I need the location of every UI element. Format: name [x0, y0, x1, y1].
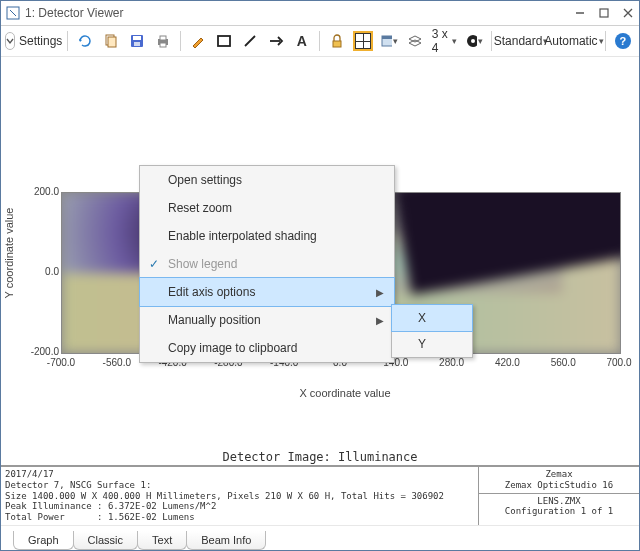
submenu-item[interactable]: Y [392, 331, 472, 357]
svg-rect-14 [333, 41, 341, 47]
svg-point-18 [471, 39, 475, 43]
refresh-button[interactable] [73, 30, 97, 52]
submenu-arrow-icon: ▶ [376, 287, 384, 298]
x-tick: -560.0 [103, 357, 131, 368]
chevron-down-icon [5, 32, 15, 50]
arrow-tool[interactable] [264, 30, 288, 52]
menu-item[interactable]: Reset zoom [140, 194, 394, 222]
bottom-tabs: Graph Classic Text Beam Info [1, 525, 639, 550]
submenu-arrow-icon: ▶ [376, 315, 384, 326]
submenu-label: Y [418, 337, 472, 351]
menu-label: Copy image to clipboard [168, 341, 394, 355]
svg-rect-6 [133, 36, 141, 40]
tab-classic[interactable]: Classic [73, 531, 138, 550]
info-header: Detector Image: Illuminance [1, 449, 639, 466]
text-tool[interactable]: A [290, 30, 314, 52]
menu-label: Show legend [168, 257, 394, 271]
settings-button[interactable]: Settings [5, 30, 62, 52]
menu-label: Enable interpolated shading [168, 229, 394, 243]
check-icon: ✓ [149, 257, 159, 271]
menu-label: Edit axis options [168, 285, 394, 299]
y-axis-label: Y coordinate value [3, 208, 15, 299]
menu-item[interactable]: Copy image to clipboard [140, 334, 394, 362]
combo-automatic[interactable]: Automatic▾ [548, 30, 601, 52]
menu-label: Open settings [168, 173, 394, 187]
context-menu: Open settingsReset zoomEnable interpolat… [139, 165, 395, 363]
info-panel: 2017/4/17 Detector 7, NSCG Surface 1: Si… [1, 466, 639, 525]
close-button[interactable] [621, 6, 635, 20]
settings-label: Settings [19, 34, 62, 48]
combo-standard[interactable]: Standard▾ [497, 30, 546, 52]
menu-item[interactable]: Enable interpolated shading [140, 222, 394, 250]
submenu-label: X [418, 311, 472, 325]
info-left: 2017/4/17 Detector 7, NSCG Surface 1: Si… [1, 467, 479, 525]
rect-tool[interactable] [212, 30, 236, 52]
y-tick: 0.0 [25, 266, 59, 277]
svg-rect-7 [134, 42, 140, 46]
window-title: 1: Detector Viewer [25, 6, 573, 20]
x-tick: 560.0 [551, 357, 576, 368]
app-icon [5, 5, 21, 21]
menu-item[interactable]: ✓Show legend [140, 250, 394, 278]
save-button[interactable] [125, 30, 149, 52]
tab-graph[interactable]: Graph [13, 531, 74, 550]
x-tick: 280.0 [439, 357, 464, 368]
titlebar: 1: Detector Viewer [1, 1, 639, 26]
menu-item[interactable]: Edit axis options▶ [140, 278, 394, 306]
grid-button[interactable] [351, 30, 375, 52]
menu-label: Reset zoom [168, 201, 394, 215]
menu-item[interactable]: Open settings [140, 166, 394, 194]
window-layout-button[interactable]: ▾ [377, 30, 401, 52]
svg-rect-2 [600, 9, 608, 17]
svg-rect-10 [160, 43, 166, 47]
toolbar: Settings A ▾ 3 x 4▾ ▾ Standard▾ Automati… [1, 26, 639, 57]
context-submenu: XY [391, 304, 473, 358]
menu-label: Manually position [168, 313, 394, 327]
svg-rect-9 [160, 36, 166, 40]
maximize-button[interactable] [597, 6, 611, 20]
line-tool[interactable] [238, 30, 262, 52]
plot-area: Y coordinate value -200.00.0200.0 -700.0… [1, 57, 639, 449]
svg-line-12 [245, 36, 255, 46]
x-tick: 700.0 [606, 357, 631, 368]
y-tick: -200.0 [25, 346, 59, 357]
grid-icon [355, 33, 371, 49]
y-tick: 200.0 [25, 186, 59, 197]
minimize-button[interactable] [573, 6, 587, 20]
help-icon: ? [615, 33, 631, 49]
copy-button[interactable] [99, 30, 123, 52]
tab-text[interactable]: Text [137, 531, 187, 550]
lock-button[interactable] [325, 30, 349, 52]
help-button[interactable]: ? [611, 30, 635, 52]
print-button[interactable] [151, 30, 175, 52]
layers-button[interactable] [403, 30, 427, 52]
menu-item[interactable]: Manually position▶ [140, 306, 394, 334]
submenu-item[interactable]: X [392, 305, 472, 331]
pencil-tool[interactable] [186, 30, 210, 52]
target-button[interactable]: ▾ [462, 30, 486, 52]
x-tick: -700.0 [47, 357, 75, 368]
tab-beam-info[interactable]: Beam Info [186, 531, 266, 550]
info-right: ZemaxZemax OpticStudio 16 LENS.ZMXConfig… [479, 467, 639, 525]
svg-rect-16 [382, 36, 392, 39]
svg-rect-11 [218, 36, 230, 46]
svg-rect-4 [108, 37, 116, 47]
x-tick: 420.0 [495, 357, 520, 368]
x-axis-label: X coordinate value [61, 387, 629, 399]
grid-size-button[interactable]: 3 x 4▾ [429, 30, 460, 52]
